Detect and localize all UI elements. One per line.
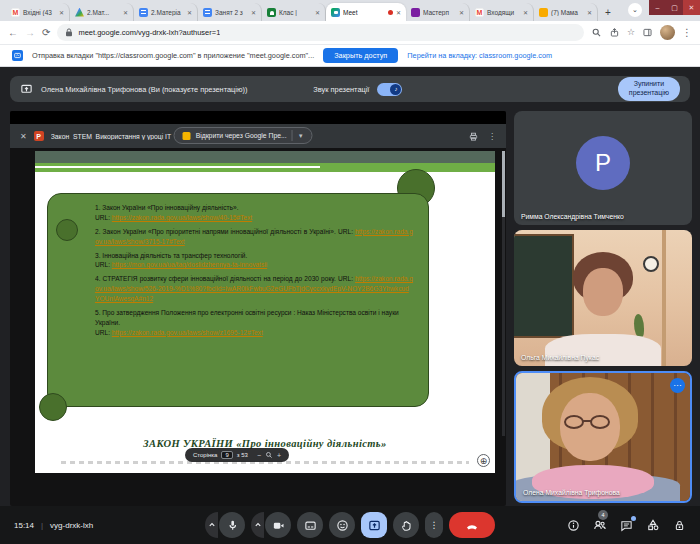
- maximize-button[interactable]: ▢: [666, 0, 683, 15]
- gmail-favicon: M: [475, 8, 484, 17]
- close-access-button[interactable]: Закрыть доступ: [323, 48, 398, 63]
- tab-search-button[interactable]: ⌄: [628, 3, 642, 17]
- browser-tab[interactable]: (7) Мама✕: [534, 3, 598, 21]
- browser-tab[interactable]: Занят 2 з✕: [198, 3, 262, 21]
- more-options-button[interactable]: ⋮: [425, 512, 443, 538]
- browser-tab[interactable]: 2.Мат...✕: [70, 3, 134, 21]
- present-button-active[interactable]: [361, 512, 387, 538]
- kebab-icon[interactable]: ⋮: [488, 132, 496, 141]
- shared-screen: ✕ P Закон_STEM_Використання у уроці ІТ_1…: [10, 111, 506, 506]
- kebab-icon[interactable]: ⋮: [682, 28, 692, 38]
- participant-tile-active[interactable]: ⋯ Олена Михайлівна Трифонова: [514, 371, 692, 503]
- slide-text: 3. Інноваційна діяльність та трансфер те…: [95, 252, 247, 259]
- participants-button[interactable]: 4: [593, 518, 607, 532]
- tab-close-icon[interactable]: ✕: [523, 9, 528, 16]
- camera-button[interactable]: [265, 512, 291, 538]
- tab-close-icon[interactable]: ✕: [251, 9, 256, 16]
- participant-name: Ольга Михайлівна Пукас: [521, 354, 599, 361]
- tab-close-icon[interactable]: ✕: [315, 9, 320, 16]
- slide-text: URL:: [95, 329, 112, 336]
- browser-tab[interactable]: Клас |✕: [262, 3, 326, 21]
- chevron-down-icon[interactable]: ▼: [298, 133, 304, 139]
- page-total: з 53: [237, 452, 248, 458]
- forward-icon[interactable]: →: [25, 28, 35, 38]
- minimize-button[interactable]: –: [649, 0, 666, 15]
- camera-options-chevron[interactable]: [251, 512, 264, 538]
- slide-link[interactable]: https://zakon.rada.gov.ua/laws/show/40-1…: [112, 214, 252, 221]
- tab-close-icon[interactable]: ✕: [396, 9, 401, 16]
- activities-button[interactable]: [646, 518, 660, 532]
- browser-tab[interactable]: Мастерп✕: [406, 3, 470, 21]
- meeting-details-button[interactable]: [567, 519, 580, 532]
- back-icon[interactable]: ←: [8, 28, 18, 38]
- tab-close-icon[interactable]: ✕: [59, 9, 64, 16]
- people-icon: [593, 518, 607, 532]
- tab-close-icon[interactable]: ✕: [459, 9, 464, 16]
- go-to-tab-link[interactable]: Перейти на вкладку: classroom.google.com: [407, 51, 552, 60]
- tab-close-icon[interactable]: ✕: [587, 9, 592, 16]
- slide-top-band-green: [35, 163, 495, 172]
- reload-icon[interactable]: ⟳: [42, 28, 50, 38]
- docs-favicon: [139, 8, 148, 17]
- url-text: meet.google.com/vyg-drxk-lxh?authuser=1: [78, 28, 220, 37]
- slide-top-band-dark: [35, 151, 495, 163]
- profile-avatar[interactable]: [660, 25, 675, 40]
- meet-app: Олена Михайлівна Трифонова (Ви (показуєт…: [0, 67, 700, 544]
- meeting-info: 15:14 | vyg-drxk-lxh: [14, 521, 172, 530]
- meeting-code: vyg-drxk-lxh: [50, 521, 93, 530]
- address-bar[interactable]: meet.google.com/vyg-drxk-lxh?authuser=1: [57, 24, 584, 41]
- zoom-out-icon[interactable]: −: [257, 452, 261, 459]
- tile-options-icon[interactable]: ⋯: [670, 378, 685, 393]
- infobar-message: Отправка вкладки "https://classroom.goog…: [32, 51, 314, 60]
- share-icon[interactable]: [609, 27, 620, 38]
- star-icon[interactable]: ☆: [627, 28, 635, 37]
- scroll-curl-bottom-left: [39, 393, 67, 421]
- viewer-scrollbar[interactable]: [502, 151, 505, 436]
- tab-close-icon[interactable]: ✕: [123, 9, 128, 16]
- captions-button[interactable]: [297, 512, 323, 538]
- mic-icon: [226, 519, 239, 532]
- participant-body: [545, 334, 661, 366]
- page-label: Сторінка: [193, 452, 217, 458]
- participant-tile[interactable]: Р Римма Олександрівна Тимченко: [514, 111, 692, 225]
- new-tab-button[interactable]: +: [601, 5, 615, 19]
- search-icon[interactable]: [591, 27, 602, 38]
- open-with-button[interactable]: Відкрити через Google Пре... ▼: [174, 127, 313, 144]
- end-call-icon: [465, 518, 479, 532]
- close-icon[interactable]: ✕: [20, 132, 27, 141]
- page-number-input[interactable]: 9: [221, 451, 232, 459]
- slide-link[interactable]: https://zakon.rada.gov.ua/laws/show/z169…: [112, 329, 263, 336]
- host-controls-icon: [673, 519, 686, 532]
- browser-tab[interactable]: MВходящи✕: [470, 3, 534, 21]
- zoom-in-fab[interactable]: ⊕: [477, 454, 490, 467]
- slide-list-item: 2. Закон України «Про пріоритетні напрям…: [95, 227, 413, 247]
- browser-tab[interactable]: 2.Матеріа✕: [134, 3, 198, 21]
- presentation-sound-toggle[interactable]: ♪: [377, 83, 402, 96]
- pptx-icon: P: [34, 131, 44, 141]
- close-button[interactable]: ✕: [683, 0, 700, 15]
- printer-icon[interactable]: [468, 131, 479, 142]
- participant-face: [583, 268, 623, 316]
- slide-link[interactable]: https://mon.gov.ua/ua/tag/doslidzhennya-…: [112, 261, 267, 268]
- chat-button[interactable]: [620, 519, 633, 532]
- raise-hand-button[interactable]: [393, 512, 419, 538]
- clock-time: 15:14: [14, 521, 34, 530]
- reactions-button[interactable]: [329, 512, 355, 538]
- participant-tile[interactable]: Ольга Михайлівна Пукас: [514, 230, 692, 366]
- slide-list: 1. Закон України «Про інноваційну діяльн…: [95, 203, 413, 399]
- browser-tab[interactable]: MВхідні (43✕: [6, 3, 70, 21]
- tab-label: Мастерп: [423, 9, 456, 16]
- side-panel-icon[interactable]: [642, 27, 653, 38]
- mic-button[interactable]: [219, 512, 245, 538]
- mic-options-chevron[interactable]: [205, 512, 218, 538]
- end-call-button[interactable]: [449, 512, 495, 538]
- slide-text: 2. Закон України «Про пріоритетні напрям…: [95, 228, 355, 235]
- stop-presentation-button[interactable]: Зупинити презентацію: [618, 77, 680, 101]
- tab-close-icon[interactable]: ✕: [187, 9, 192, 16]
- scroll-shape: 1. Закон України «Про інноваційну діяльн…: [47, 193, 429, 407]
- host-controls-button[interactable]: [673, 519, 686, 532]
- stop-label-2: презентацію: [629, 89, 669, 96]
- browser-tab[interactable]: Meet✕: [326, 3, 406, 21]
- magnifier-icon[interactable]: [265, 451, 273, 459]
- zoom-in-icon[interactable]: +: [277, 452, 281, 459]
